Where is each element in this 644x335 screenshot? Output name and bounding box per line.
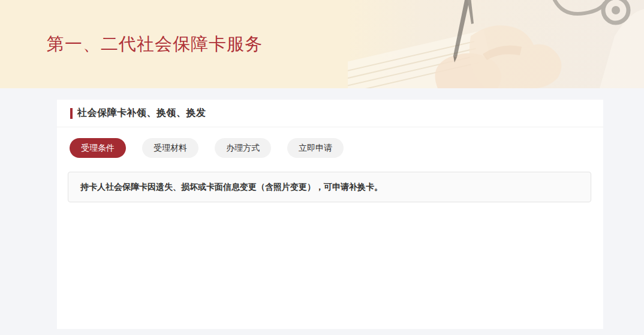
- banner: 第一、二代社会保障卡服务: [0, 0, 644, 88]
- conditions-text: 持卡人社会保障卡因遗失、损坏或卡面信息变更（含照片变更），可申请补换卡。: [80, 181, 383, 193]
- page-title: 第一、二代社会保障卡服务: [47, 32, 263, 56]
- tab-bar: 受理条件 受理材料 办理方式 立即申请: [70, 138, 603, 158]
- conditions-content-box: 持卡人社会保障卡因遗失、损坏或卡面信息变更（含照片变更），可申请补换卡。: [68, 172, 591, 202]
- title-accent-bar: [70, 108, 73, 119]
- tab-apply-now[interactable]: 立即申请: [287, 138, 344, 158]
- banner-photo: [348, 0, 644, 88]
- tab-required-materials[interactable]: 受理材料: [142, 138, 198, 158]
- banner-photo-illustration: [348, 0, 644, 88]
- service-card: 社会保障卡补领、换领、换发 受理条件 受理材料 办理方式 立即申请 持卡人社会保…: [57, 100, 603, 329]
- card-title: 社会保障卡补领、换领、换发: [77, 107, 206, 119]
- tab-processing-method[interactable]: 办理方式: [215, 138, 271, 158]
- tab-acceptance-conditions[interactable]: 受理条件: [70, 138, 126, 158]
- card-title-row: 社会保障卡补领、换领、换发: [57, 100, 603, 127]
